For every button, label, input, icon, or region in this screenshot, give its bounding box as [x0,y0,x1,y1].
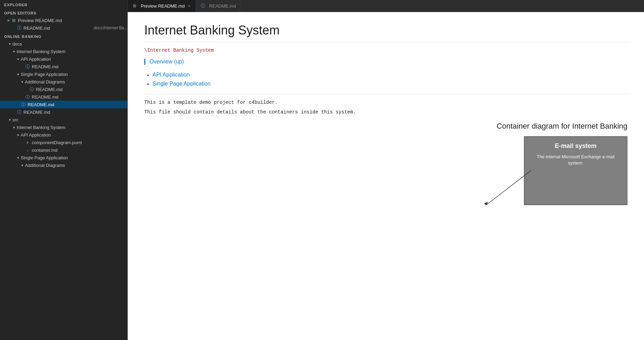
src-spa-label: Single Page Application [21,155,127,160]
email-box-title: E-mail system [530,142,621,150]
info-icon: ⓘ [21,102,26,107]
src-api-arrow [15,133,21,137]
readme-ibs-active-label: README.md [28,102,127,107]
spa-link-item: Single Page Application [153,81,627,87]
preview-tab-close[interactable]: ✕ [187,4,192,8]
info-icon: ⓘ [25,94,30,100]
overview-nav: Overview (up) [144,59,627,65]
tab-readme[interactable]: ⓘ README.md [196,0,240,12]
additional-label: Additional Diagrams [25,79,127,84]
src-folder[interactable]: src [0,116,127,123]
docs-arrow [7,42,12,46]
component-diagram-label: componentDiagram.puml [32,140,127,145]
info-icon: ⓘ [17,25,22,31]
component-diagram-file[interactable]: ≡ componentDiagram.puml [0,139,127,146]
readme-ibs-active-file[interactable]: ⓘ README.md [0,101,127,108]
src-ibs-label: Internet Banking System [17,125,127,130]
preview-tab-icon: ⊞ [132,3,137,9]
content-area: Internet Banking System \Internet Bankin… [128,12,644,340]
tab-preview[interactable]: ⊞ Preview README.md ✕ [128,0,196,12]
ibs-arrow [11,50,17,53]
breadcrumb: \Internet Banking System [144,48,627,53]
preview-icon: ⊞ [11,18,17,23]
readme-tab-icon: ⓘ [200,3,206,9]
readme-docs-file[interactable]: ⓘ README.md [0,108,127,116]
api-link-item: API Application [153,72,627,78]
internet-banking-folder[interactable]: Internet Banking System [0,48,127,55]
docs-label: docs [12,41,127,47]
docs-folder[interactable]: docs [0,40,127,48]
readme-additional-label: README.md [36,87,127,92]
readme-additional-file[interactable]: ⓘ README.md [0,86,127,93]
src-label: src [12,117,127,122]
main-panel: ⊞ Preview README.md ✕ ⓘ README.md Intern… [128,0,644,340]
readme-api-file[interactable]: ⓘ README.md [0,63,127,70]
ibs-label: Internet Banking System [17,49,127,54]
paragraph1: This is a template demo project for c4bu… [144,100,627,105]
explorer-label: EXPLORER [0,0,127,8]
email-box-description: The internal Microsoft Exchange e-mail s… [530,154,621,166]
src-spa-arrow [15,156,21,160]
close-icon[interactable]: ✕ [7,19,10,22]
src-spa-folder[interactable]: Single Page Application [0,154,127,161]
open-editor-readme[interactable]: ⓘ README.md docs\Internet Ba... [0,24,127,32]
online-banking-section: ONLINE BANKING [0,32,127,40]
readme-docs-label: README.md [23,110,127,115]
additional-diagrams-folder[interactable]: Additional Diagrams [0,78,127,86]
info-icon: ⓘ [17,109,22,115]
additional-arrow [19,80,25,84]
page-title: Internet Banking System [144,23,627,42]
spa-folder[interactable]: Single Page Application [0,70,127,78]
readme-tab-label: README.md [209,3,236,9]
api-app-link[interactable]: API Application [153,72,190,78]
open-editor-preview[interactable]: ✕ ⊞ Preview README.md [0,17,127,24]
diagram-arrow [479,164,531,205]
src-api-label: API Application [21,132,127,138]
src-arrow [7,118,12,122]
content-links-list: API Application Single Page Application [153,72,627,87]
download-icon: ↓ [25,147,30,153]
container-md-label: container.md [32,148,127,153]
api-label: API Application [21,57,127,62]
diagram-container: E-mail system The internal Microsoft Exc… [144,136,627,205]
sidebar: EXPLORER OPEN EDITORS ✕ ⊞ Preview README… [0,0,128,340]
diagram-title: Container diagram for Internet Banking [144,122,627,131]
spa-arrow [15,72,21,76]
readme-spa-label: README.md [32,94,127,100]
preview-tab-label: Preview README.md [141,3,185,9]
src-ibs-folder[interactable]: Internet Banking System [0,123,127,131]
diagram-section: Container diagram for Internet Banking E… [144,122,627,205]
info-icon: ⓘ [29,87,35,92]
info-icon: ⓘ [25,64,30,69]
list-icon: ≡ [25,140,30,145]
spa-label: Single Page Application [21,72,127,77]
src-api-folder[interactable]: API Application [0,131,127,139]
open-editor-preview-label: Preview README.md [18,18,127,23]
src-ibs-arrow [11,126,17,129]
overview-link[interactable]: Overview (up) [149,59,184,64]
src-additional-label: Additional Diagrams [25,163,127,168]
readme-api-label: README.md [32,64,127,69]
api-app-folder[interactable]: API Application [0,55,127,63]
spa-app-link[interactable]: Single Page Application [153,81,211,87]
open-editor-readme-label: README.md [23,26,92,31]
open-editors-section: OPEN EDITORS [0,8,127,17]
readme-spa-file[interactable]: ⓘ README.md [0,93,127,101]
src-additional-arrow [19,163,25,167]
open-editor-readme-sublabel: docs\Internet Ba... [94,26,127,30]
tab-bar: ⊞ Preview README.md ✕ ⓘ README.md [128,0,644,12]
svg-line-0 [486,171,531,205]
paragraph2: This file should contain details about t… [144,109,627,115]
container-md-file[interactable]: ↓ container.md [0,146,127,154]
svg-marker-1 [484,202,488,205]
email-system-box: E-mail system The internal Microsoft Exc… [524,136,627,205]
divider [144,94,627,94]
api-arrow [15,57,21,61]
src-additional-folder[interactable]: Additional Diagrams [0,161,127,169]
